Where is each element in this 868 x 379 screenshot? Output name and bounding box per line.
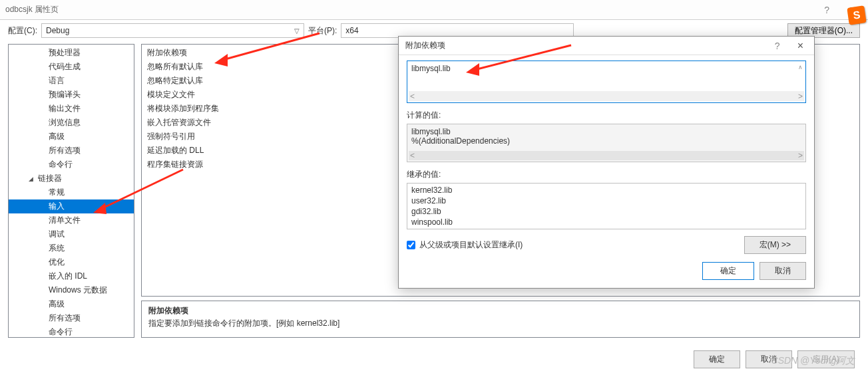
dialog-title: 附加依赖项 xyxy=(405,40,775,51)
chevron-down-icon: ▽ xyxy=(294,27,300,35)
tree-item[interactable]: 输出文件 xyxy=(9,102,134,116)
inherited-label: 继承的值: xyxy=(407,169,806,180)
tree-item[interactable]: 调试 xyxy=(9,227,134,241)
macro-button[interactable]: 宏(M) >> xyxy=(744,236,806,254)
inherited-values-list[interactable]: kernel32.lib user32.lib gdi32.lib winspo… xyxy=(407,183,806,229)
tree-item[interactable]: 清单文件 xyxy=(9,213,134,227)
ok-button[interactable]: 确定 xyxy=(702,262,754,280)
config-label: 配置(C): xyxy=(8,25,37,37)
tree-category-linker[interactable]: ◢链接器 xyxy=(9,172,134,186)
computed-line: libmysql.lib xyxy=(411,127,801,136)
cancel-button[interactable]: 取消 xyxy=(746,350,792,368)
category-tree[interactable]: 预处理器 代码生成 语言 预编译头 输出文件 浏览信息 高级 所有选项 命令行 … xyxy=(8,44,134,338)
tree-item[interactable]: 优化 xyxy=(9,255,134,269)
inherit-label-text: 从父级或项目默认设置继承(I) xyxy=(419,239,523,251)
config-value: Debug xyxy=(46,26,69,35)
apply-button[interactable]: 应用(A) xyxy=(797,350,855,368)
tree-item[interactable]: 浏览信息 xyxy=(9,116,134,130)
inherited-item: kernel32.lib xyxy=(411,185,801,195)
scroll-up-icon: ∧ xyxy=(798,64,803,70)
computed-line: %(AdditionalDependencies) xyxy=(411,136,801,146)
tree-item[interactable]: 所有选项 xyxy=(9,311,134,325)
window-title: odbcsjk 属性页 xyxy=(5,4,824,15)
tree-item[interactable]: 嵌入的 IDL xyxy=(9,269,134,283)
tree-item[interactable]: 高级 xyxy=(9,130,134,144)
tree-item[interactable]: 预处理器 xyxy=(9,46,134,60)
horizontal-scrollbar[interactable]: <> xyxy=(409,151,804,160)
tree-item[interactable]: 高级 xyxy=(9,297,134,311)
tree-item[interactable]: 所有选项 xyxy=(9,144,134,158)
edit-textbox[interactable]: libmysql.lib ∧ <> xyxy=(407,61,806,103)
arrow-collapse-icon: ◢ xyxy=(29,176,35,182)
additional-deps-dialog: 附加依赖项 ? × libmysql.lib ∧ <> 计算的值: libmys… xyxy=(398,36,815,289)
horizontal-scrollbar[interactable]: <> xyxy=(409,91,804,101)
inherit-row: 从父级或项目默认设置继承(I) 宏(M) >> xyxy=(407,236,806,254)
description-box: 附加依赖项 指定要添加到链接命令行的附加项。[例如 kernel32.lib] xyxy=(141,301,860,338)
platform-label: 平台(P): xyxy=(308,25,337,37)
inherit-checkbox[interactable] xyxy=(407,241,415,249)
platform-value: x64 xyxy=(345,26,358,35)
tree-item[interactable]: 系统 xyxy=(9,241,134,255)
tree-item[interactable]: 代码生成 xyxy=(9,60,134,74)
tree-item-input[interactable]: 输入 xyxy=(9,199,134,213)
tree-item[interactable]: 语言 xyxy=(9,74,134,88)
tree-item[interactable]: 预编译头 xyxy=(9,88,134,102)
help-icon[interactable]: ? xyxy=(824,5,829,15)
dialog-titlebar: 附加依赖项 ? × xyxy=(399,37,814,55)
description-body: 指定要添加到链接命令行的附加项。[例如 kernel32.lib] xyxy=(148,318,853,329)
close-icon[interactable]: × xyxy=(793,40,807,52)
tree-item[interactable]: 命令行 xyxy=(9,325,134,338)
dialog-footer: 确定 取消 应用(A) xyxy=(694,350,855,368)
edit-value: libmysql.lib xyxy=(411,64,801,73)
inherit-checkbox-label[interactable]: 从父级或项目默认设置继承(I) xyxy=(407,239,523,251)
inherited-item: gdi32.lib xyxy=(411,206,801,217)
tree-item[interactable]: 常规 xyxy=(9,186,134,199)
cancel-button[interactable]: 取消 xyxy=(760,262,806,280)
dialog-body: libmysql.lib ∧ <> 计算的值: libmysql.lib %(A… xyxy=(399,55,814,288)
ok-button[interactable]: 确定 xyxy=(694,350,740,368)
computed-values-box: libmysql.lib %(AdditionalDependencies) <… xyxy=(407,124,806,162)
inherited-item: user32.lib xyxy=(411,195,801,206)
tree-item[interactable]: 命令行 xyxy=(9,158,134,172)
computed-label: 计算的值: xyxy=(407,110,806,121)
description-title: 附加依赖项 xyxy=(148,305,853,316)
dialog-footer: 确定 取消 xyxy=(407,262,806,280)
config-dropdown[interactable]: Debug ▽ xyxy=(41,23,304,38)
help-icon[interactable]: ? xyxy=(775,41,780,51)
tree-item[interactable]: Windows 元数据 xyxy=(9,283,134,297)
inherited-item: winspool.lib xyxy=(411,217,801,227)
watermark-badge: S xyxy=(847,5,866,25)
window-titlebar: odbcsjk 属性页 ? × xyxy=(0,0,868,20)
